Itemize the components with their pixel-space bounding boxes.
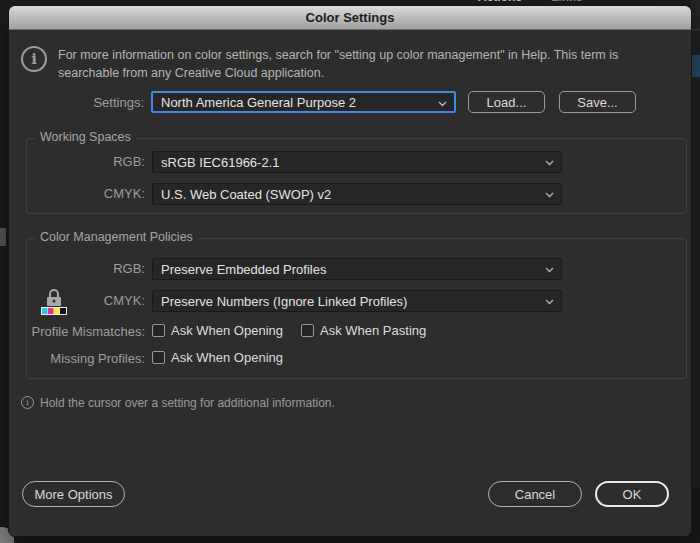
working-spaces-legend: Working Spaces [35, 130, 136, 144]
info-icon: i [21, 396, 34, 409]
settings-label: Settings: [9, 95, 144, 110]
working-cmyk-value: U.S. Web Coated (SWOP) v2 [161, 187, 331, 202]
working-spaces-rgb-row: RGB: sRGB IEC61966-2.1 [27, 151, 686, 173]
cancel-button[interactable]: Cancel [488, 481, 582, 507]
missing-profiles-row: Missing Profiles: Ask When Opening [27, 350, 686, 366]
cancel-label: Cancel [515, 487, 555, 502]
policies-cmyk-dropdown[interactable]: Preserve Numbers (Ignore Linked Profiles… [152, 290, 562, 312]
dialog-title: Color Settings [306, 10, 395, 25]
rgb-label: RGB: [27, 261, 145, 276]
checkbox-label: Ask When Opening [171, 323, 283, 338]
checkbox-label: Ask When Opening [171, 350, 283, 365]
save-button[interactable]: Save... [559, 91, 636, 113]
ok-label: OK [623, 487, 642, 502]
checkbox-ask-when-opening[interactable]: Ask When Opening [152, 323, 283, 338]
rgb-label: RGB: [27, 154, 145, 169]
dialog-titlebar[interactable]: Color Settings [9, 6, 691, 30]
working-rgb-value: sRGB IEC61966-2.1 [161, 155, 280, 170]
chevron-down-icon [545, 299, 554, 305]
chevron-down-icon [545, 160, 554, 166]
policies-cmyk-value: Preserve Numbers (Ignore Linked Profiles… [161, 294, 407, 309]
working-spaces-group: Working Spaces RGB: sRGB IEC61966-2.1 CM… [26, 138, 687, 214]
working-rgb-dropdown[interactable]: sRGB IEC61966-2.1 [152, 151, 562, 173]
info-icon: i [21, 46, 47, 72]
missing-profiles-label: Missing Profiles: [27, 351, 145, 366]
policies-cmyk-row: CMYK: Preserve Numbers (Ignore Linked Pr… [27, 290, 686, 312]
chevron-down-icon [545, 267, 554, 273]
panel-divider [691, 29, 700, 30]
settings-dropdown[interactable]: North America General Purpose 2 [151, 91, 456, 113]
working-cmyk-dropdown[interactable]: U.S. Web Coated (SWOP) v2 [152, 183, 562, 205]
info-banner-text: For more information on color settings, … [58, 46, 678, 82]
ok-button[interactable]: OK [595, 481, 669, 507]
working-spaces-cmyk-row: CMYK: U.S. Web Coated (SWOP) v2 [27, 183, 686, 205]
panel-footer-strip [691, 488, 700, 543]
cmyk-label: CMYK: [27, 186, 145, 201]
chevron-down-icon [438, 101, 447, 107]
more-options-label: More Options [34, 487, 112, 502]
background-fragment [0, 228, 6, 246]
footer-note: Hold the cursor over a setting for addit… [40, 396, 335, 410]
policies-legend: Color Management Policies [35, 230, 198, 244]
checkbox-ask-when-opening[interactable]: Ask When Opening [152, 350, 283, 365]
background-panel-strip [691, 0, 700, 543]
load-button[interactable]: Load... [468, 91, 545, 113]
tab-links[interactable]: Links [551, 0, 582, 4]
panel-selected-row [691, 55, 700, 77]
profile-mismatches-row: Profile Mismatches: Ask When Opening Ask… [27, 323, 686, 339]
color-management-policies-group: Color Management Policies RGB: Preserve … [26, 238, 687, 379]
checkbox-box[interactable] [152, 324, 165, 337]
checkbox-box[interactable] [152, 351, 165, 364]
checkbox-ask-when-pasting[interactable]: Ask When Pasting [301, 323, 426, 338]
chevron-down-icon [545, 192, 554, 198]
save-button-label: Save... [577, 95, 617, 110]
settings-dropdown-value: North America General Purpose 2 [161, 95, 356, 110]
profile-mismatches-label: Profile Mismatches: [27, 324, 145, 339]
policies-rgb-value: Preserve Embedded Profiles [161, 262, 326, 277]
load-button-label: Load... [487, 95, 527, 110]
policies-rgb-row: RGB: Preserve Embedded Profiles [27, 258, 686, 280]
checkbox-label: Ask When Pasting [320, 323, 426, 338]
cmyk-label: CMYK: [27, 293, 145, 308]
more-options-button[interactable]: More Options [22, 481, 125, 507]
application-window: Actions Links Color Settings i For more … [0, 0, 700, 543]
color-settings-dialog: Color Settings i For more information on… [8, 5, 692, 537]
checkbox-box[interactable] [301, 324, 314, 337]
policies-rgb-dropdown[interactable]: Preserve Embedded Profiles [152, 258, 562, 280]
